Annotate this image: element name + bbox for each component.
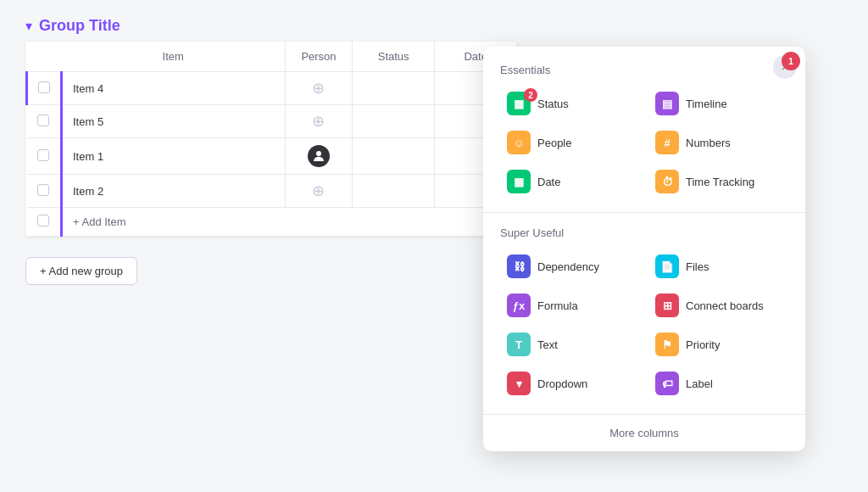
priority-label: Priority: [686, 338, 720, 351]
add-person-icon[interactable]: ⊕: [312, 80, 325, 97]
timetracking-label: Time Tracking: [686, 176, 754, 188]
formula-icon: ƒx: [507, 294, 531, 317]
group-title: Group Title: [39, 17, 120, 35]
status-badge: 2: [524, 88, 537, 102]
columns-grid-0: ▦Status2▤Timeline☺People#Numbers▦Date⏱Ti…: [500, 87, 788, 198]
more-columns-button[interactable]: More columns: [483, 414, 805, 451]
dependency-icon: ⛓: [507, 254, 531, 278]
status-label: Status: [537, 98, 569, 110]
add-item-checkbox[interactable]: [37, 215, 49, 226]
column-item-label[interactable]: 🏷Label: [648, 366, 788, 400]
formula-label: Formula: [537, 299, 578, 312]
row-checkbox[interactable]: [37, 149, 49, 161]
column-item-people[interactable]: ☺People: [500, 126, 640, 159]
connectboards-label: Connect boards: [686, 299, 764, 312]
date-label: Date: [537, 176, 560, 188]
timeline-label: Timeline: [686, 98, 727, 110]
row-item-name: Item 5: [62, 105, 286, 138]
columns-grid-1: ⛓Dependency📄FilesƒxFormula⊞Connect board…: [500, 249, 788, 400]
column-item-timeline[interactable]: ▤Timeline: [648, 87, 788, 120]
timetracking-icon: ⏱: [655, 170, 679, 193]
dropdown-icon: ▾: [507, 372, 531, 395]
dropdown-label: Dropdown: [537, 377, 587, 390]
row-item-name: Item 1: [62, 138, 286, 175]
dependency-label: Dependency: [537, 260, 599, 273]
section-label-1: Super Useful: [500, 226, 788, 239]
row-status-cell: [353, 72, 435, 105]
items-table: Item Person Status Date Item 4 ⊕ Item 5 …: [25, 42, 517, 237]
numbers-label: Numbers: [686, 137, 731, 149]
column-item-files[interactable]: 📄Files: [648, 249, 788, 283]
priority-icon: ⚑: [655, 333, 679, 356]
label-icon: 🏷: [655, 372, 679, 395]
column-item-connectboards[interactable]: ⊞Connect boards: [648, 288, 788, 322]
column-item-timetracking[interactable]: ⏱Time Tracking: [648, 165, 788, 198]
row-status-cell: [353, 105, 435, 138]
row-person-cell: ⊕: [285, 105, 352, 138]
add-item-checkbox-cell: [27, 208, 62, 237]
column-item-date[interactable]: ▦Date: [500, 165, 640, 198]
people-label: People: [537, 137, 571, 149]
files-icon: 📄: [655, 254, 679, 278]
numbers-icon: #: [655, 131, 679, 154]
row-status-cell: [353, 138, 435, 175]
column-item-numbers[interactable]: #Numbers: [648, 126, 788, 159]
row-checkbox-cell: [27, 175, 62, 208]
column-item-priority[interactable]: ⚑Priority: [648, 327, 788, 361]
notification-badge: 1: [782, 52, 800, 70]
section-label-0: Essentials: [500, 64, 788, 76]
table-wrapper: Item Person Status Date Item 4 ⊕ Item 5 …: [25, 42, 517, 237]
column-item-status[interactable]: ▦Status2: [500, 87, 640, 120]
add-new-group-button[interactable]: + Add new group: [25, 257, 137, 285]
column-picker-dropdown: × 1 Essentials▦Status2▤Timeline☺People#N…: [483, 47, 805, 451]
person-avatar[interactable]: [308, 145, 330, 167]
row-checkbox-cell: [27, 72, 62, 105]
add-item-row: + Add Item: [27, 208, 517, 237]
add-person-icon[interactable]: ⊕: [312, 182, 325, 199]
table-header-row: Item Person Status Date: [27, 42, 517, 72]
table-row: Item 1: [27, 138, 517, 175]
main-container: ▾ Group Title Item Person Status Date It…: [0, 0, 868, 492]
column-item-text[interactable]: TText: [500, 327, 640, 361]
group-chevron-icon[interactable]: ▾: [25, 18, 32, 34]
label-label: Label: [686, 377, 713, 390]
text-label: Text: [537, 338, 558, 351]
row-item-name: Item 4: [62, 72, 286, 105]
row-status-cell: [353, 175, 435, 208]
table-row: Item 5 ⊕: [27, 105, 517, 138]
row-item-name: Item 2: [62, 175, 286, 208]
timeline-icon: ▤: [655, 92, 679, 115]
row-person-cell: ⊕: [285, 175, 352, 208]
column-item-formula[interactable]: ƒxFormula: [500, 288, 640, 322]
svg-point-0: [316, 151, 321, 156]
add-person-icon[interactable]: ⊕: [312, 113, 325, 130]
column-item-dropdown[interactable]: ▾Dropdown: [500, 366, 640, 400]
row-checkbox-cell: [27, 105, 62, 138]
row-person-cell: ⊕: [285, 72, 352, 105]
row-checkbox-cell: [27, 138, 62, 175]
section-divider: [483, 212, 805, 213]
files-label: Files: [686, 260, 709, 273]
connectboards-icon: ⊞: [655, 294, 679, 317]
item-col-header: Item: [62, 42, 286, 72]
row-checkbox[interactable]: [37, 184, 49, 196]
group-title-row: ▾ Group Title: [25, 17, 843, 35]
people-icon: ☺: [507, 131, 531, 154]
column-item-dependency[interactable]: ⛓Dependency: [500, 249, 640, 283]
person-col-header: Person: [285, 42, 352, 72]
table-row: Item 4 ⊕: [27, 72, 517, 105]
date-icon: ▦: [507, 170, 531, 193]
row-checkbox[interactable]: [37, 115, 49, 126]
status-col-header: Status: [353, 42, 435, 72]
row-checkbox[interactable]: [38, 81, 50, 93]
checkbox-col-header: [27, 42, 62, 72]
table-row: Item 2 ⊕: [27, 175, 517, 208]
row-person-cell: [285, 138, 352, 175]
add-item-label[interactable]: + Add Item: [62, 208, 517, 237]
text-icon: T: [507, 333, 531, 356]
